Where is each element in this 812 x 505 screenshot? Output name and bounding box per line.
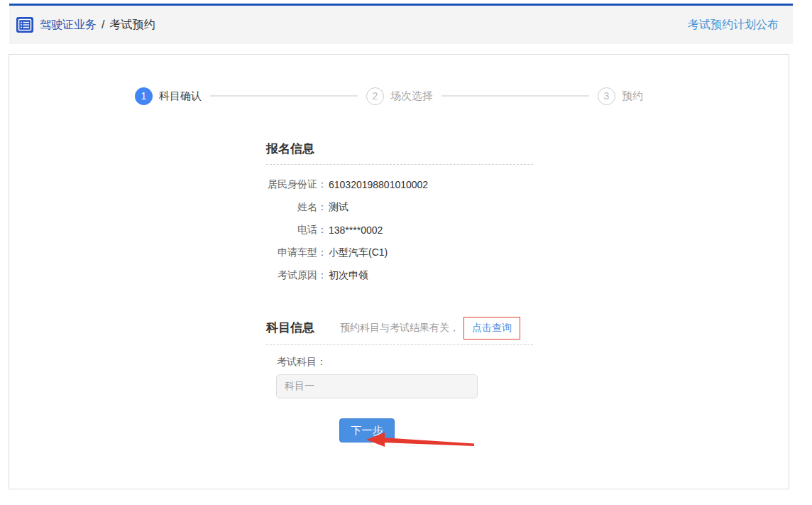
- exam-appointment-page: 驾驶证业务 / 考试预约 考试预约计划公布 1 科目确认 2 场次选择 3 预约…: [0, 0, 812, 505]
- step-1-label: 科目确认: [159, 89, 202, 103]
- step-subject-confirm: 1 科目确认: [135, 87, 202, 105]
- field-value: 测试: [329, 201, 349, 214]
- field-phone: 电话： 138****0002: [266, 219, 536, 241]
- breadcrumb-section-link[interactable]: 驾驶证业务: [40, 18, 97, 33]
- divider: [266, 344, 533, 345]
- progress-stepper: 1 科目确认 2 场次选择 3 预约: [135, 87, 643, 105]
- field-label: 姓名：: [266, 201, 327, 214]
- subject-info-header: 科目信息 预约科目与考试结果有关， 点击查询: [266, 316, 520, 340]
- exam-subject-input[interactable]: [276, 374, 478, 398]
- step-2-label: 场次选择: [390, 89, 433, 103]
- subject-note: 预约科目与考试结果有关，: [340, 322, 459, 335]
- breadcrumb: 驾驶证业务 / 考试预约: [16, 17, 155, 33]
- field-value: 138****0002: [329, 224, 383, 236]
- registration-info-title: 报名信息: [266, 141, 314, 157]
- field-name: 姓名： 测试: [266, 196, 536, 219]
- step-2-circle: 2: [366, 87, 384, 105]
- step-connector-line: [210, 95, 358, 97]
- step-1-circle: 1: [135, 87, 153, 105]
- field-id-card: 居民身份证： 610320198801010002: [266, 173, 536, 196]
- divider: [266, 164, 533, 165]
- breadcrumb-separator: /: [102, 18, 104, 31]
- step-3-label: 预约: [622, 89, 643, 103]
- license-business-list-icon: [16, 17, 33, 33]
- field-label: 申请车型：: [266, 246, 327, 259]
- field-label: 居民身份证：: [266, 178, 327, 191]
- step-appointment: 3 预约: [598, 87, 643, 105]
- step-connector-line: [441, 95, 589, 97]
- field-vehicle-type: 申请车型： 小型汽车(C1): [266, 241, 536, 264]
- field-label: 电话：: [266, 224, 327, 237]
- field-label: 考试原因：: [266, 269, 327, 282]
- query-link-highlight-box: 点击查询: [463, 317, 520, 340]
- exam-plan-announcement-link[interactable]: 考试预约计划公布: [688, 18, 779, 33]
- click-to-query-link[interactable]: 点击查询: [472, 322, 512, 335]
- exam-subject-label: 考试科目：: [277, 356, 327, 369]
- field-value: 610320198801010002: [329, 179, 428, 190]
- field-value: 初次申领: [329, 269, 368, 282]
- step-3-circle: 3: [598, 87, 615, 105]
- step-session-select: 2 场次选择: [366, 87, 433, 105]
- field-exam-reason: 考试原因： 初次申领: [266, 264, 536, 287]
- subject-info-title: 科目信息: [266, 320, 314, 336]
- breadcrumb-current-page: 考试预约: [109, 18, 155, 33]
- registration-fields: 居民身份证： 610320198801010002 姓名： 测试 电话： 138…: [266, 173, 536, 287]
- page-header: 驾驶证业务 / 考试预约 考试预约计划公布: [9, 4, 793, 44]
- next-step-button[interactable]: 下一步: [339, 418, 395, 442]
- field-value: 小型汽车(C1): [329, 246, 388, 259]
